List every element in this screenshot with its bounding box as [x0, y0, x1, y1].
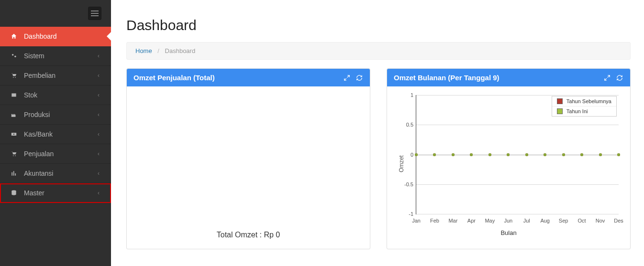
- nav-list: DashboardSistem‹Pembelian‹Stok‹Produksi‹…: [0, 27, 111, 203]
- chart-datapoint: [562, 153, 565, 156]
- sidebar-item-label: Dashboard: [24, 32, 100, 40]
- chart-plot-area: Tahun Sebelumnya Tahun Ini 10.50-0.5-1Ja…: [416, 95, 619, 214]
- chart-xtick: May: [485, 218, 495, 223]
- sidebar-item-stok[interactable]: Stok‹: [0, 85, 111, 105]
- chart-xtick: Jul: [523, 218, 530, 223]
- panel-omzet-total: Omzet Penjualan (Total) Total Omzet : Rp…: [126, 68, 370, 249]
- breadcrumb-home-link[interactable]: Home: [135, 47, 152, 54]
- chart-ytick: 0.5: [399, 122, 413, 128]
- chart-gridline: [416, 155, 619, 155]
- chevron-left-icon: ‹: [98, 53, 100, 59]
- chevron-left-icon: ‹: [98, 92, 100, 98]
- chart-xtick: Nov: [596, 218, 605, 223]
- panel-title: Omzet Penjualan (Total): [133, 74, 343, 82]
- sidebar-item-penjualan[interactable]: Penjualan‹: [0, 144, 111, 164]
- breadcrumb-current: Dashboard: [165, 47, 196, 54]
- chart-datapoint: [525, 153, 528, 156]
- main-content: Dashboard Home / Dashboard Omzet Penjual…: [111, 0, 644, 266]
- legend-label: Tahun Sebelumnya: [566, 98, 611, 104]
- panel-header: Omzet Penjualan (Total): [127, 69, 370, 86]
- chart-gridline: [416, 125, 619, 125]
- panel-body: Omzet Bulan Tahun Sebelumnya Tahun: [387, 86, 630, 242]
- chart-datapoint: [470, 153, 473, 156]
- settings-icon[interactable]: [343, 74, 351, 82]
- chart-gridline: [416, 214, 619, 214]
- sidebar-item-label: Master: [24, 189, 98, 197]
- svg-point-3: [15, 77, 16, 78]
- box-icon: [10, 92, 18, 98]
- cart-icon: [10, 150, 18, 157]
- svg-point-0: [12, 54, 14, 56]
- chevron-left-icon: ‹: [98, 190, 100, 196]
- breadcrumb: Home / Dashboard: [126, 42, 631, 60]
- chart-datapoint: [507, 153, 510, 156]
- chevron-left-icon: ‹: [98, 131, 100, 138]
- sidebar-item-label: Akuntansi: [24, 170, 98, 177]
- refresh-icon[interactable]: [616, 74, 623, 82]
- panel-row: Omzet Penjualan (Total) Total Omzet : Rp…: [126, 68, 631, 249]
- chart-datapoint: [433, 153, 436, 156]
- sidebar-item-label: Kas/Bank: [24, 130, 98, 138]
- svg-point-7: [13, 155, 14, 156]
- svg-point-6: [13, 134, 14, 135]
- chart-ytick: 1: [399, 92, 413, 98]
- chart-xtick: Feb: [430, 218, 439, 223]
- chart-xtick: Jun: [504, 218, 512, 223]
- chart-datapoint: [415, 153, 418, 156]
- legend-label: Tahun Ini: [566, 108, 588, 114]
- cogs-icon: [10, 53, 18, 59]
- sidebar-item-pembelian[interactable]: Pembelian‹: [0, 66, 111, 85]
- chart-datapoint: [580, 153, 583, 156]
- panel-omzet-monthly: Omzet Bulanan (Per Tanggal 9) Omzet Bula…: [387, 68, 631, 249]
- chart-xtick: Jan: [412, 218, 421, 223]
- svg-rect-4: [11, 94, 16, 97]
- chart-datapoint: [599, 153, 602, 156]
- chart-gridline: [416, 95, 619, 96]
- chart-ylabel: Omzet: [398, 155, 405, 172]
- chart: Omzet Bulan Tahun Sebelumnya Tahun: [394, 92, 623, 235]
- chart-xtick: Apr: [467, 218, 476, 223]
- legend-row: Tahun Sebelumnya: [552, 96, 616, 106]
- home-icon: [10, 33, 18, 40]
- chevron-left-icon: ‹: [98, 72, 100, 79]
- database-icon: [10, 190, 18, 196]
- chart-datapoint: [544, 153, 546, 156]
- sidebar-item-label: Produksi: [24, 111, 98, 118]
- chart-xtick: Aug: [540, 218, 550, 223]
- svg-point-8: [15, 155, 16, 156]
- chart-xlabel: Bulan: [500, 229, 516, 236]
- factory-icon: [10, 111, 18, 118]
- legend-swatch: [557, 98, 563, 104]
- sidebar-item-akuntansi[interactable]: Akuntansi‹: [0, 164, 111, 183]
- sidebar-item-dashboard[interactable]: Dashboard: [0, 27, 111, 46]
- chart-ytick: -1: [399, 211, 413, 217]
- sidebar-item-label: Pembelian: [24, 72, 98, 79]
- chart-datapoint: [489, 153, 491, 156]
- panel-body: Total Omzet : Rp 0: [127, 86, 370, 249]
- breadcrumb-separator: /: [157, 47, 159, 54]
- sidebar-item-label: Sistem: [24, 52, 98, 60]
- chart-legend: Tahun Sebelumnya Tahun Ini: [552, 96, 617, 117]
- menu-icon: [91, 11, 99, 16]
- panel-title: Omzet Bulanan (Per Tanggal 9): [394, 74, 603, 82]
- chart-xtick: Mar: [448, 218, 457, 223]
- sidebar: DashboardSistem‹Pembelian‹Stok‹Produksi‹…: [0, 0, 111, 266]
- chart-xtick: Oct: [578, 218, 586, 223]
- refresh-icon[interactable]: [355, 74, 363, 82]
- menu-toggle-button[interactable]: [88, 7, 101, 20]
- panel-tools: [603, 74, 623, 82]
- sidebar-item-kas-bank[interactable]: Kas/Bank‹: [0, 125, 111, 144]
- chart-datapoint: [452, 153, 455, 156]
- sidebar-item-sistem[interactable]: Sistem‹: [0, 46, 111, 66]
- sidebar-item-label: Penjualan: [24, 150, 98, 158]
- sidebar-item-produksi[interactable]: Produksi‹: [0, 105, 111, 125]
- sidebar-item-master[interactable]: Master‹: [0, 183, 111, 203]
- chart-gridline: [416, 184, 619, 185]
- cart-icon: [10, 72, 18, 79]
- page-title: Dashboard: [126, 17, 631, 33]
- chart-xtick: Des: [614, 218, 623, 223]
- settings-icon[interactable]: [603, 74, 611, 82]
- sidebar-item-label: Stok: [24, 91, 98, 99]
- chart-datapoint: [617, 153, 620, 156]
- legend-row: Tahun Ini: [552, 106, 616, 116]
